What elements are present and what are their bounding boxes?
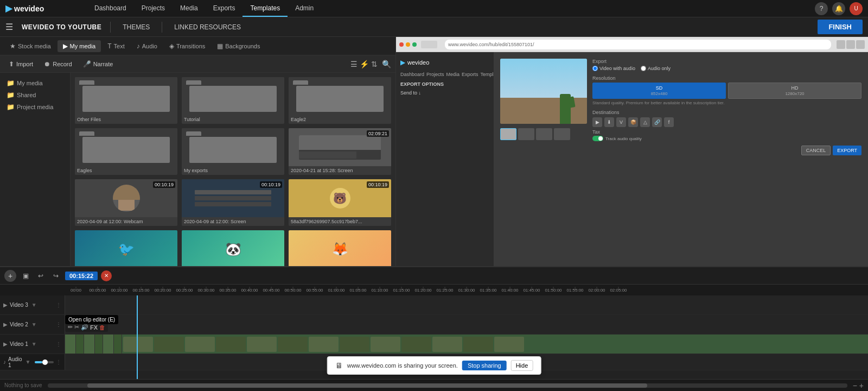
tab-my-media[interactable]: ▶ My media bbox=[58, 40, 101, 52]
media-folder-eagles[interactable]: Eagles bbox=[75, 128, 177, 175]
audio-only-option[interactable]: Audio only bbox=[641, 66, 671, 71]
facebook-dest-icon[interactable]: f bbox=[664, 117, 674, 127]
zoom-out-button[interactable]: − bbox=[853, 381, 857, 390]
nav-exports[interactable]: Exports bbox=[206, 0, 243, 17]
vimeo-dest-icon[interactable]: V bbox=[616, 117, 626, 127]
track-v1-chevron[interactable]: ▼ bbox=[31, 341, 37, 347]
add-track-button[interactable]: + bbox=[4, 270, 16, 282]
media-folder-my-exports[interactable]: My exports bbox=[182, 128, 284, 175]
track-area-video2[interactable] bbox=[65, 315, 868, 334]
media-video-screen-cap[interactable]: 00:10:19 2020-04-09 at 12:00: Screen bbox=[182, 179, 284, 226]
file-tree-shared[interactable]: 📁 Shared bbox=[4, 89, 66, 101]
stop-sharing-button[interactable]: Stop sharing bbox=[462, 361, 507, 370]
clip-v1-4[interactable] bbox=[95, 335, 103, 354]
clip-v1-3[interactable] bbox=[84, 335, 95, 354]
scrollbar-thumb[interactable] bbox=[87, 383, 647, 388]
thumb-3[interactable] bbox=[536, 128, 552, 140]
track-v2-options[interactable]: ⋮ bbox=[56, 321, 61, 327]
list-view-icon[interactable]: ☰ bbox=[350, 60, 358, 68]
filter-icon[interactable]: ⚡ bbox=[360, 60, 369, 68]
volume-thumb[interactable] bbox=[42, 360, 48, 365]
browser-url-bar[interactable]: www.wevideo.com/hub/edit/155807101/ bbox=[445, 40, 831, 49]
media-folder-tutorial[interactable]: Tutorial bbox=[182, 77, 284, 124]
track-area-video1[interactable]: ✏ ✂ 🔊 FX 🗑 Open clip editor (E) bbox=[65, 335, 868, 354]
nav-templates[interactable]: Templates bbox=[242, 0, 288, 17]
track-a1-chevron[interactable]: ▼ bbox=[25, 359, 31, 365]
sd-resolution-button[interactable]: SD852x480 bbox=[592, 83, 726, 99]
redo-button[interactable]: ↪ bbox=[50, 270, 62, 282]
track-v2-chevron[interactable]: ▼ bbox=[31, 321, 37, 327]
audio-only-radio[interactable] bbox=[641, 66, 646, 71]
thumb-4[interactable] bbox=[554, 128, 570, 140]
hide-notification-button[interactable]: Hide bbox=[511, 360, 533, 371]
nav-admin[interactable]: Admin bbox=[288, 0, 321, 17]
clip-fx-label[interactable]: FX bbox=[90, 324, 98, 331]
import-button[interactable]: ⬆ Import bbox=[4, 59, 37, 70]
export-confirm-button[interactable]: EXPORT bbox=[833, 146, 861, 155]
track-v3-chevron[interactable]: ▼ bbox=[31, 302, 37, 308]
track-v3-options[interactable]: ⋮ bbox=[56, 302, 61, 308]
media-folder-other-files[interactable]: Other Files bbox=[75, 77, 177, 124]
playhead[interactable] bbox=[137, 295, 138, 379]
undo-button[interactable]: ↩ bbox=[35, 270, 47, 282]
hamburger-menu[interactable]: ☰ bbox=[5, 22, 13, 32]
tab-text[interactable]: T Text bbox=[102, 40, 130, 52]
text-icon: T bbox=[107, 42, 111, 50]
media-video-screen-2020[interactable]: 02:09:21 2020-04-21 at 15:28: Screen bbox=[289, 128, 391, 175]
tab-audio[interactable]: ♪ Audio bbox=[131, 40, 163, 52]
finish-button[interactable]: FINISH bbox=[818, 20, 863, 34]
nav-projects[interactable]: Projects bbox=[134, 0, 173, 17]
app-logo[interactable]: ▶ wevideo bbox=[0, 3, 87, 14]
volume-slider[interactable] bbox=[35, 361, 54, 363]
track-a1-options[interactable]: ⋮ bbox=[56, 359, 61, 365]
search-icon[interactable]: 🔍 bbox=[382, 60, 391, 68]
tab-stock-media[interactable]: ★ Stock media bbox=[4, 40, 56, 52]
media-folder-eagle2[interactable]: Eagle2 bbox=[289, 77, 391, 124]
clip-v1-5[interactable] bbox=[103, 335, 114, 354]
clip-delete-icon[interactable]: 🗑 bbox=[99, 324, 105, 331]
themes-button[interactable]: THEMES bbox=[119, 22, 153, 32]
nav-media[interactable]: Media bbox=[173, 0, 206, 17]
media-label: 2020-04-21 at 15:28: Screen bbox=[289, 166, 391, 175]
track-area-video3[interactable] bbox=[65, 295, 868, 314]
video-with-audio-option[interactable]: Video with audio bbox=[592, 66, 635, 71]
notifications-icon[interactable]: 🔔 bbox=[832, 2, 845, 15]
inner-nav-media: Media bbox=[446, 72, 460, 77]
track-v1-options[interactable]: ⋮ bbox=[56, 341, 61, 347]
clip-v1-2[interactable] bbox=[76, 335, 84, 354]
publish-toggle[interactable] bbox=[592, 136, 603, 141]
video-with-audio-radio[interactable] bbox=[592, 66, 598, 71]
thumb-2[interactable] bbox=[518, 128, 534, 140]
file-tree-project-media[interactable]: 📁 Project media bbox=[4, 101, 66, 113]
clip-v1-6[interactable] bbox=[114, 335, 122, 354]
clip-audio-icon[interactable]: 🔊 bbox=[81, 324, 88, 331]
tab-transitions[interactable]: ◈ Transitions bbox=[164, 40, 210, 52]
help-icon[interactable]: ? bbox=[815, 2, 828, 15]
user-avatar[interactable]: U bbox=[850, 2, 863, 15]
link-dest-icon[interactable]: 🔗 bbox=[652, 117, 662, 127]
timeline-scrollbar[interactable] bbox=[48, 383, 847, 388]
close-marker-button[interactable]: ✕ bbox=[101, 270, 112, 281]
download-dest-icon[interactable]: ⬇ bbox=[604, 117, 614, 127]
clip-v1-1[interactable] bbox=[65, 335, 76, 354]
record-button[interactable]: ⏺ Record bbox=[40, 59, 76, 70]
current-time-display: 00:15:22 bbox=[65, 272, 98, 280]
narrate-button[interactable]: 🎤 Narrate bbox=[79, 59, 118, 70]
linked-resources-button[interactable]: LINKED RESOURCES bbox=[171, 22, 244, 32]
hd-resolution-button[interactable]: HD1280x720 bbox=[728, 83, 861, 99]
zoom-in-button[interactable]: + bbox=[859, 381, 864, 390]
file-tree-my-media[interactable]: 📁 My media bbox=[4, 77, 66, 89]
youtube-dest-icon[interactable]: ▶ bbox=[592, 117, 602, 127]
tab-backgrounds[interactable]: ▦ Backgrounds bbox=[212, 40, 265, 52]
sort-icon[interactable]: ⇅ bbox=[371, 60, 378, 68]
clip-edit-pen-icon[interactable]: ✏ bbox=[68, 324, 73, 331]
thumb-1[interactable] bbox=[500, 128, 516, 140]
clip-cut-icon[interactable]: ✂ bbox=[74, 324, 79, 331]
dropbox-dest-icon[interactable]: 📦 bbox=[628, 117, 638, 127]
clip-v1-main[interactable] bbox=[122, 335, 868, 354]
media-video-orange[interactable]: 🐻 00:10:19 58a3df796269907.5cc917beb7... bbox=[289, 179, 391, 226]
cancel-export-button[interactable]: CANCEL bbox=[801, 146, 831, 155]
media-video-webcam-2020[interactable]: 00:10:19 2020-04-09 at 12:00: Webcam bbox=[75, 179, 177, 226]
drive-dest-icon[interactable]: △ bbox=[640, 117, 650, 127]
nav-dashboard[interactable]: Dashboard bbox=[87, 0, 134, 17]
